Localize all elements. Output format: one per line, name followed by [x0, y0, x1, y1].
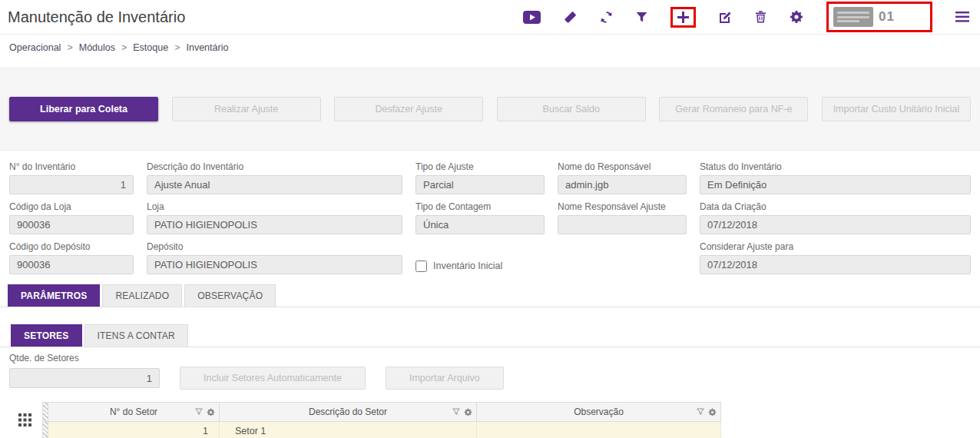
field-numero-inventario: N° do Inventário [9, 161, 134, 194]
field-label: N° do Inventário [9, 161, 134, 172]
breadcrumb-item-operacional[interactable]: Operacional [9, 42, 61, 53]
nome-responsavel-input[interactable] [558, 175, 687, 194]
inventario-inicial-checkfield: Inventário Inicial [416, 257, 545, 274]
tab-realizado[interactable]: REALIZADO [102, 284, 182, 307]
field-nome-responsavel: Nome do Responsável [558, 161, 687, 194]
sub-tabs: SETORES ITENS A CONTAR [0, 324, 980, 347]
tipo-ajuste-input[interactable] [416, 175, 545, 194]
descricao-inventario-input[interactable] [147, 175, 402, 194]
eraser-icon[interactable] [564, 11, 577, 24]
status-inventario-input[interactable] [700, 175, 971, 194]
header-toolbar: 01 [523, 2, 969, 32]
field-considerar-ajuste: Considerar Ajuste para [700, 241, 971, 274]
field-label: Considerar Ajuste para [700, 241, 971, 252]
buscar-saldo-button[interactable]: Buscar Saldo [497, 97, 646, 121]
grid-selector-icon[interactable] [18, 413, 31, 429]
nome-responsavel-ajuste-input[interactable] [558, 215, 687, 234]
tab-itens-a-contar[interactable]: ITENS A CONTAR [84, 324, 188, 347]
data-criacao-input[interactable] [700, 215, 971, 234]
liberar-para-coleta-button[interactable]: Liberar para Coleta [9, 97, 158, 121]
deposito-input[interactable] [147, 255, 402, 274]
desfazer-ajuste-button[interactable]: Desfazer Ajuste [334, 97, 483, 121]
column-settings-icon[interactable] [708, 408, 717, 416]
incluir-setores-button[interactable]: Incluir Setores Automaticamente [180, 367, 366, 390]
breadcrumb: Operacional > Módulos > Estoque > Invent… [0, 34, 980, 60]
field-label: Depósito [147, 241, 402, 252]
codigo-deposito-input[interactable] [9, 255, 134, 274]
field-deposito: Depósito [147, 241, 402, 274]
record-count-badge[interactable]: 01 [826, 2, 932, 32]
field-label: Tipo de Contagem [416, 201, 545, 212]
field-data-criacao: Data da Criação [700, 201, 971, 234]
breadcrumb-separator: > [174, 42, 180, 53]
record-count: 01 [879, 9, 895, 25]
add-record-icon[interactable] [670, 7, 696, 28]
column-filter-icon[interactable] [452, 408, 460, 416]
video-tutorial-icon[interactable] [523, 11, 541, 24]
qtde-setores-label: Qtde. de Setores [9, 353, 971, 363]
tab-setores[interactable]: SETORES [11, 324, 82, 347]
column-header-descricao-setor[interactable]: Descrição do Setor [220, 403, 477, 422]
qtde-setores-input[interactable] [9, 368, 160, 388]
codigo-loja-input[interactable] [9, 215, 134, 234]
cell-numero-setor[interactable]: 1 [48, 422, 220, 438]
filter-icon[interactable] [636, 12, 647, 23]
field-label: Código da Loja [9, 201, 134, 212]
field-codigo-deposito: Código do Depósito [9, 241, 134, 274]
column-settings-icon[interactable] [464, 408, 472, 416]
realizar-ajuste-button[interactable]: Realizar Ajuste [172, 97, 321, 121]
column-filter-icon[interactable] [195, 408, 203, 416]
column-header-observacao[interactable]: Observação [477, 403, 721, 422]
edit-icon[interactable] [719, 11, 732, 24]
considerar-ajuste-input[interactable] [700, 255, 971, 274]
field-empty [558, 241, 687, 274]
importar-custo-button[interactable]: Importar Custo Unitário Inicial [822, 97, 971, 121]
field-nome-responsavel-ajuste: Nome Responsável Ajuste [558, 201, 687, 234]
gerar-romaneio-button[interactable]: Gerar Romaneio para NF-e [659, 97, 808, 121]
cell-descricao-setor[interactable]: Setor 1 [220, 422, 477, 438]
field-status-inventario: Status do Inventário [700, 161, 971, 194]
field-label: Tipo de Ajuste [416, 161, 545, 172]
tab-observacao[interactable]: OBSERVAÇÃO [184, 284, 276, 307]
row-handle [43, 422, 48, 438]
page-title: Manutenção de Inventário [8, 8, 185, 26]
breadcrumb-item-modulos[interactable]: Módulos [79, 42, 115, 53]
gear-icon[interactable] [790, 10, 803, 24]
refresh-icon[interactable] [600, 11, 613, 24]
tab-parametros[interactable]: PARÂMETROS [8, 284, 100, 307]
breadcrumb-item-inventario[interactable]: Inventário [186, 42, 228, 53]
breadcrumb-item-estoque[interactable]: Estoque [133, 42, 168, 53]
numero-inventario-input[interactable] [9, 175, 134, 194]
importar-arquivo-button[interactable]: Importar Arquivo [386, 367, 504, 390]
field-loja: Loja [147, 201, 402, 234]
tipo-contagem-input[interactable] [416, 215, 545, 234]
column-filter-icon[interactable] [697, 408, 704, 416]
header: Manutenção de Inventário 01 [0, 0, 980, 34]
action-bar: Liberar para Coleta Realizar Ajuste Desf… [0, 68, 980, 151]
field-label: Código do Depósito [9, 241, 134, 252]
breadcrumb-separator: > [121, 42, 127, 53]
grid-header-row: N° do Setor Descrição do Setor Observaçã… [43, 403, 721, 422]
trash-icon[interactable] [755, 11, 766, 23]
field-label: Loja [147, 201, 402, 212]
list-icon [833, 7, 873, 27]
checkbox-label: Inventário Inicial [433, 260, 502, 271]
grid-row[interactable]: 1 Setor 1 [43, 422, 721, 438]
field-tipo-ajuste: Tipo de Ajuste [416, 161, 545, 194]
column-header-numero-setor[interactable]: N° do Setor [48, 403, 220, 422]
cell-observacao[interactable] [477, 422, 721, 438]
inventario-inicial-checkbox[interactable] [416, 260, 427, 272]
inventory-form: N° do Inventário Descrição do Inventário… [0, 151, 980, 283]
field-label: Nome Responsável Ajuste [558, 201, 687, 212]
field-tipo-contagem: Tipo de Contagem [416, 201, 545, 234]
column-settings-icon[interactable] [207, 408, 215, 416]
setores-panel: Qtde. de Setores Incluir Setores Automat… [0, 347, 980, 390]
row-handle [43, 403, 48, 422]
main-tabs: PARÂMETROS REALIZADO OBSERVAÇÃO [0, 284, 980, 307]
field-label: Data da Criação [700, 201, 971, 212]
field-label: Descrição do Inventário [147, 161, 402, 172]
setores-grid: N° do Setor Descrição do Setor Observaçã… [8, 402, 972, 438]
loja-input[interactable] [147, 215, 402, 234]
menu-icon[interactable] [955, 12, 969, 22]
breadcrumb-separator: > [67, 42, 72, 53]
